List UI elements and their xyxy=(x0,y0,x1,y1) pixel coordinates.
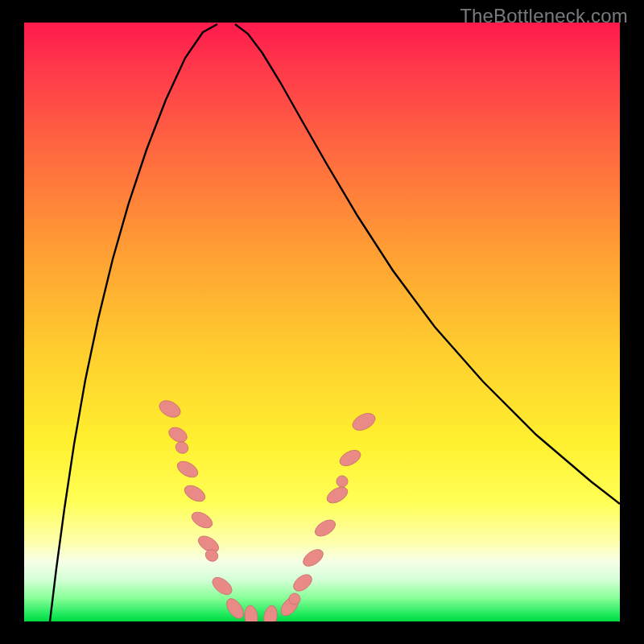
curve-left xyxy=(50,24,217,621)
data-point-marker xyxy=(174,440,191,456)
data-point-markers xyxy=(156,397,378,621)
data-point-marker xyxy=(156,397,183,420)
data-point-marker xyxy=(209,574,235,598)
data-point-marker xyxy=(291,572,315,595)
data-point-marker xyxy=(182,482,208,505)
data-point-marker xyxy=(175,458,200,481)
data-point-marker xyxy=(262,605,279,621)
chart-svg xyxy=(24,23,620,621)
curve-right xyxy=(235,24,620,504)
data-point-marker xyxy=(337,447,363,469)
data-point-marker xyxy=(350,410,378,434)
data-point-marker xyxy=(300,546,326,569)
data-point-marker xyxy=(223,596,246,621)
chart-plot-area xyxy=(24,23,620,621)
watermark-text: TheBottleneck.com xyxy=(460,5,628,27)
data-point-marker xyxy=(244,605,259,621)
data-point-marker xyxy=(324,484,350,506)
data-point-marker xyxy=(312,517,338,539)
data-point-marker xyxy=(334,473,349,489)
data-point-marker xyxy=(189,509,215,531)
data-point-marker xyxy=(167,424,190,444)
